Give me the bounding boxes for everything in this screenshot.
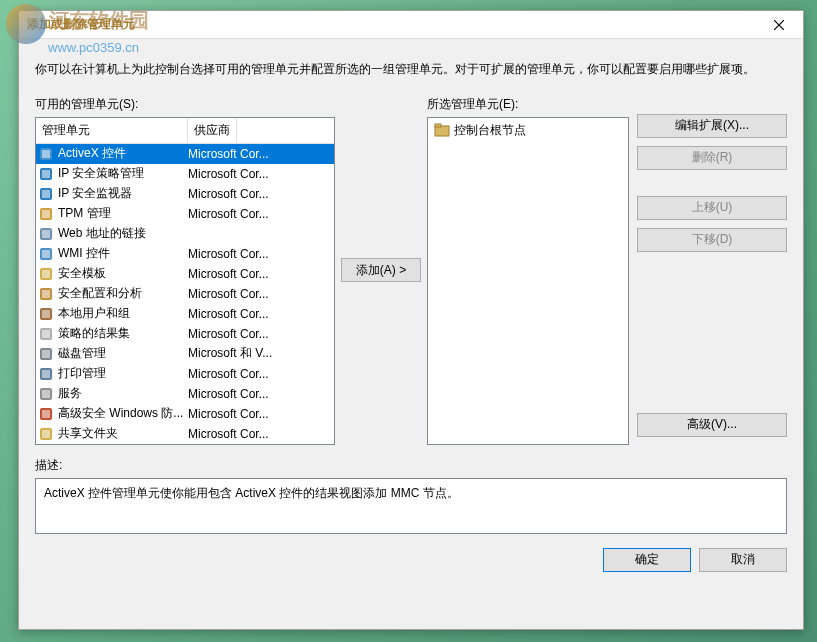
- snapin-vendor: Microsoft Cor...: [188, 387, 332, 401]
- move-down-button[interactable]: 下移(D): [637, 228, 787, 252]
- globe-icon: [38, 166, 54, 182]
- available-header: 管理单元 供应商: [36, 118, 334, 144]
- list-item[interactable]: 磁盘管理Microsoft 和 V...: [36, 344, 334, 364]
- snapin-name: 磁盘管理: [58, 345, 106, 362]
- svg-rect-9: [42, 230, 50, 238]
- print-icon: [38, 366, 54, 382]
- add-button[interactable]: 添加(A) >: [341, 258, 421, 282]
- cancel-button[interactable]: 取消: [699, 548, 787, 572]
- snapin-name: 高级安全 Windows 防...: [58, 405, 183, 422]
- selected-root-item[interactable]: 控制台根节点: [430, 120, 626, 141]
- svg-rect-31: [435, 124, 441, 127]
- edit-extensions-button[interactable]: 编辑扩展(X)...: [637, 114, 787, 138]
- firewall-icon: [38, 406, 54, 422]
- web-icon: [38, 226, 54, 242]
- selected-listbox[interactable]: 控制台根节点: [427, 117, 629, 445]
- available-column: 可用的管理单元(S): 管理单元 供应商 ActiveX 控件Microsoft…: [35, 96, 335, 445]
- selected-root-label: 控制台根节点: [454, 122, 526, 139]
- available-label: 可用的管理单元(S):: [35, 96, 335, 113]
- list-item[interactable]: 共享文件夹Microsoft Cor...: [36, 424, 334, 444]
- remove-button[interactable]: 删除(R): [637, 146, 787, 170]
- policy-icon: [38, 326, 54, 342]
- snapin-name: WMI 控件: [58, 245, 110, 262]
- wmi-icon: [38, 246, 54, 262]
- list-item[interactable]: Web 地址的链接: [36, 224, 334, 244]
- template-icon: [38, 266, 54, 282]
- snapin-vendor: Microsoft Cor...: [188, 267, 332, 281]
- available-list-body[interactable]: ActiveX 控件Microsoft Cor...IP 安全策略管理Micro…: [36, 144, 334, 445]
- move-up-button[interactable]: 上移(U): [637, 196, 787, 220]
- list-item[interactable]: 打印管理Microsoft Cor...: [36, 364, 334, 384]
- dialog-window: 添加或删除管理单元 你可以在计算机上为此控制台选择可用的管理单元并配置所选的一组…: [18, 10, 804, 630]
- folder-icon: [434, 122, 450, 138]
- window-title: 添加或删除管理单元: [27, 16, 757, 33]
- svg-rect-29: [42, 430, 50, 438]
- secconfig-icon: [38, 286, 54, 302]
- snapin-name: 策略的结果集: [58, 325, 130, 342]
- snapin-vendor: Microsoft Cor...: [188, 147, 332, 161]
- list-item[interactable]: 高级安全 Windows 防...Microsoft Cor...: [36, 404, 334, 424]
- svg-rect-5: [42, 190, 50, 198]
- svg-rect-17: [42, 310, 50, 318]
- list-item[interactable]: IP 安全监视器Microsoft Cor...: [36, 184, 334, 204]
- svg-rect-21: [42, 350, 50, 358]
- snapin-vendor: Microsoft Cor...: [188, 207, 332, 221]
- instruction-text: 你可以在计算机上为此控制台选择可用的管理单元并配置所选的一组管理单元。对于可扩展…: [35, 61, 787, 78]
- svg-rect-13: [42, 270, 50, 278]
- snapin-name: 服务: [58, 385, 82, 402]
- snapin-name: TPM 管理: [58, 205, 111, 222]
- middle-column: 添加(A) >: [335, 96, 427, 445]
- snapin-name: 安全配置和分析: [58, 285, 142, 302]
- list-item[interactable]: 安全配置和分析Microsoft Cor...: [36, 284, 334, 304]
- advanced-button[interactable]: 高级(V)...: [637, 413, 787, 437]
- svg-rect-3: [42, 170, 50, 178]
- close-button[interactable]: [757, 12, 801, 38]
- col-vendor-header[interactable]: 供应商: [188, 118, 237, 143]
- action-buttons-column: 编辑扩展(X)... 删除(R) 上移(U) 下移(D) 高级(V)...: [637, 96, 787, 445]
- snapin-vendor: Microsoft Cor...: [188, 367, 332, 381]
- svg-rect-15: [42, 290, 50, 298]
- svg-rect-1: [42, 150, 50, 158]
- snapin-name: 本地用户和组: [58, 305, 130, 322]
- snapin-vendor: Microsoft Cor...: [188, 307, 332, 321]
- description-box: ActiveX 控件管理单元使你能用包含 ActiveX 控件的结果视图添加 M…: [35, 478, 787, 534]
- list-item[interactable]: 安全模板Microsoft Cor...: [36, 264, 334, 284]
- snapin-vendor: Microsoft Cor...: [188, 327, 332, 341]
- description-label: 描述:: [35, 457, 787, 474]
- users-icon: [38, 306, 54, 322]
- svg-rect-27: [42, 410, 50, 418]
- list-item[interactable]: IP 安全策略管理Microsoft Cor...: [36, 164, 334, 184]
- globe-icon: [38, 186, 54, 202]
- snapin-vendor: Microsoft Cor...: [188, 247, 332, 261]
- activex-icon: [38, 146, 54, 162]
- snapin-vendor: Microsoft Cor...: [188, 167, 332, 181]
- titlebar: 添加或删除管理单元: [19, 11, 803, 39]
- close-icon: [774, 20, 784, 30]
- col-snapin-header[interactable]: 管理单元: [36, 118, 188, 143]
- list-item[interactable]: TPM 管理Microsoft Cor...: [36, 204, 334, 224]
- main-row: 可用的管理单元(S): 管理单元 供应商 ActiveX 控件Microsoft…: [35, 96, 787, 445]
- svg-rect-11: [42, 250, 50, 258]
- snapin-name: IP 安全策略管理: [58, 165, 144, 182]
- svg-rect-7: [42, 210, 50, 218]
- list-item[interactable]: 策略的结果集Microsoft Cor...: [36, 324, 334, 344]
- snapin-vendor: Microsoft Cor...: [188, 287, 332, 301]
- tpm-icon: [38, 206, 54, 222]
- share-icon: [38, 426, 54, 442]
- list-item[interactable]: 服务Microsoft Cor...: [36, 384, 334, 404]
- snapin-name: IP 安全监视器: [58, 185, 132, 202]
- svg-rect-23: [42, 370, 50, 378]
- available-listbox[interactable]: 管理单元 供应商 ActiveX 控件Microsoft Cor...IP 安全…: [35, 117, 335, 445]
- selected-label: 所选管理单元(E):: [427, 96, 629, 113]
- ok-button[interactable]: 确定: [603, 548, 691, 572]
- snapin-name: 共享文件夹: [58, 425, 118, 442]
- dialog-content: 你可以在计算机上为此控制台选择可用的管理单元并配置所选的一组管理单元。对于可扩展…: [19, 39, 803, 629]
- svg-rect-19: [42, 330, 50, 338]
- list-item[interactable]: WMI 控件Microsoft Cor...: [36, 244, 334, 264]
- snapin-name: 安全模板: [58, 265, 106, 282]
- list-item[interactable]: ActiveX 控件Microsoft Cor...: [36, 144, 334, 164]
- snapin-vendor: Microsoft Cor...: [188, 407, 332, 421]
- list-item[interactable]: 本地用户和组Microsoft Cor...: [36, 304, 334, 324]
- selected-column: 所选管理单元(E): 控制台根节点: [427, 96, 629, 445]
- snapin-name: ActiveX 控件: [58, 145, 126, 162]
